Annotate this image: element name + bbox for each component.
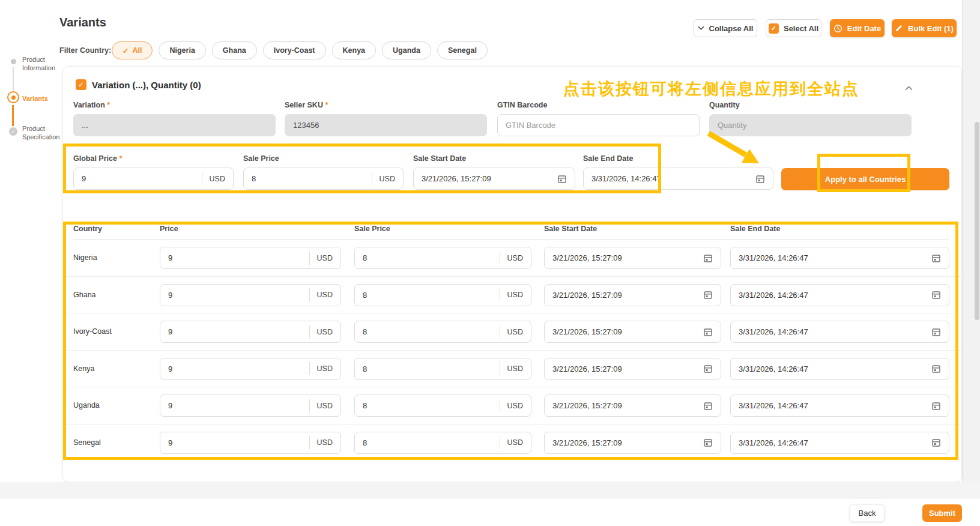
sale-start-date-field[interactable] (544, 432, 721, 454)
global-price-input[interactable] (82, 174, 202, 183)
sale-price-field[interactable]: USD (354, 432, 531, 454)
sale-price-field[interactable]: USD (354, 247, 531, 269)
select-all-checkbox[interactable]: ✓ (769, 23, 779, 34)
sale-end-date-field[interactable] (730, 358, 949, 380)
stepper-item-product-information[interactable]: Product Information (22, 55, 65, 73)
sale-price-field[interactable]: USD (354, 321, 531, 343)
price-input[interactable] (168, 401, 309, 410)
calendar-icon[interactable] (703, 401, 713, 411)
filter-chip-senegal[interactable]: Senegal (437, 41, 488, 59)
chevron-up-icon[interactable] (905, 82, 913, 93)
filter-chip-kenya[interactable]: Kenya (332, 41, 377, 59)
global-price-field-group: Global Price USD (73, 154, 234, 190)
currency-suffix: USD (500, 325, 523, 339)
sale-start-date-input[interactable] (552, 291, 703, 300)
price-field[interactable]: USD (160, 358, 341, 380)
sale-price-field[interactable]: USD (354, 394, 531, 417)
price-field[interactable]: USD (160, 284, 341, 306)
sale-end-date-input[interactable] (739, 253, 931, 262)
sale-end-date-field[interactable] (730, 394, 949, 417)
sale-start-date-field[interactable] (544, 321, 721, 343)
sale-end-date-field[interactable] (730, 321, 949, 343)
stepper-item-product-specification[interactable]: Product Specification (22, 124, 65, 142)
price-input[interactable] (168, 253, 309, 262)
sale-end-date-input[interactable] (591, 174, 755, 183)
sale-price-input[interactable] (363, 401, 500, 410)
price-input[interactable] (168, 438, 309, 447)
sale-start-date-field[interactable] (544, 394, 721, 417)
select-all-button[interactable]: ✓ Select All (766, 19, 821, 37)
sale-start-date-input[interactable] (552, 438, 703, 447)
sale-start-date-input[interactable] (552, 327, 703, 336)
filter-chip-ivory-coast[interactable]: Ivory-Coast (263, 41, 326, 59)
filter-chip-all[interactable]: ✓All (112, 41, 153, 59)
scrollbar-thumb[interactable] (975, 122, 979, 320)
submit-button[interactable]: Submit (922, 504, 962, 522)
sale-price-label: Sale Price (243, 154, 404, 163)
calendar-icon[interactable] (931, 401, 941, 411)
bulk-edit-button[interactable]: Bulk Edit (1) (892, 19, 957, 37)
sale-end-date-field[interactable] (730, 432, 949, 454)
sale-start-date-field[interactable] (544, 247, 721, 269)
sale-start-date-field[interactable] (544, 284, 721, 306)
sale-end-date-input[interactable] (739, 401, 931, 410)
sale-start-date-input[interactable] (552, 364, 703, 373)
sale-start-date-input[interactable] (552, 253, 703, 262)
price-field[interactable]: USD (160, 247, 341, 269)
sale-end-date-input[interactable] (739, 364, 931, 373)
gtin-input[interactable] (506, 121, 691, 130)
calendar-icon[interactable] (703, 327, 713, 337)
sale-start-date-input[interactable] (552, 401, 703, 410)
sale-price-input[interactable] (363, 291, 500, 300)
sale-price-field[interactable]: USD (354, 284, 531, 306)
calendar-icon[interactable] (931, 253, 941, 263)
filter-chip-ghana[interactable]: Ghana (212, 41, 257, 59)
calendar-icon[interactable] (557, 174, 567, 184)
back-button[interactable]: Back (850, 504, 885, 522)
variation-checkbox[interactable]: ✓ (76, 79, 86, 90)
edit-date-button[interactable]: Edit Date (830, 19, 885, 37)
gtin-field[interactable] (497, 114, 700, 136)
price-field[interactable]: USD (160, 321, 341, 343)
stepper-item-variants[interactable]: Variants (22, 94, 65, 103)
sale-price-input[interactable] (363, 364, 500, 373)
price-field[interactable]: USD (160, 432, 341, 454)
sale-end-date-field-group: Sale End Date (583, 154, 773, 190)
sale-end-date-input[interactable] (739, 438, 931, 447)
sale-start-date-input[interactable] (422, 174, 557, 183)
sale-price-input[interactable] (363, 253, 500, 262)
currency-suffix: USD (372, 172, 395, 186)
sale-end-date-input[interactable] (739, 291, 931, 300)
step-dot-product-information (11, 59, 16, 64)
price-input[interactable] (168, 327, 309, 336)
sale-price-field[interactable]: USD (354, 358, 531, 380)
sale-end-date-field[interactable] (730, 284, 949, 306)
scrollbar-track[interactable] (962, 0, 980, 498)
sale-start-date-field[interactable] (413, 168, 575, 190)
calendar-icon[interactable] (931, 327, 941, 337)
collapse-all-button[interactable]: Collapse All (694, 19, 757, 37)
calendar-icon[interactable] (931, 290, 941, 300)
calendar-icon[interactable] (703, 364, 713, 373)
sale-price-field[interactable]: USD (243, 168, 404, 190)
sale-price-input[interactable] (252, 174, 372, 183)
sale-end-date-input[interactable] (739, 327, 931, 336)
price-field[interactable]: USD (160, 394, 341, 417)
price-input[interactable] (168, 291, 309, 300)
calendar-icon[interactable] (755, 174, 765, 184)
global-price-field[interactable]: USD (73, 168, 234, 190)
calendar-icon[interactable] (703, 253, 713, 263)
sale-end-date-field[interactable] (730, 247, 949, 269)
sale-start-date-field[interactable] (544, 358, 721, 380)
sale-price-input[interactable] (363, 327, 500, 336)
price-input[interactable] (168, 364, 309, 373)
calendar-icon[interactable] (931, 438, 941, 447)
filter-chip-uganda[interactable]: Uganda (382, 41, 431, 59)
calendar-icon[interactable] (931, 364, 941, 373)
sale-price-input[interactable] (363, 438, 500, 447)
apply-to-all-countries-button[interactable]: Apply to all Countries (781, 168, 949, 190)
sale-end-date-field[interactable] (583, 168, 773, 190)
calendar-icon[interactable] (703, 290, 713, 300)
filter-chip-nigeria[interactable]: Nigeria (159, 41, 205, 59)
calendar-icon[interactable] (703, 438, 713, 447)
